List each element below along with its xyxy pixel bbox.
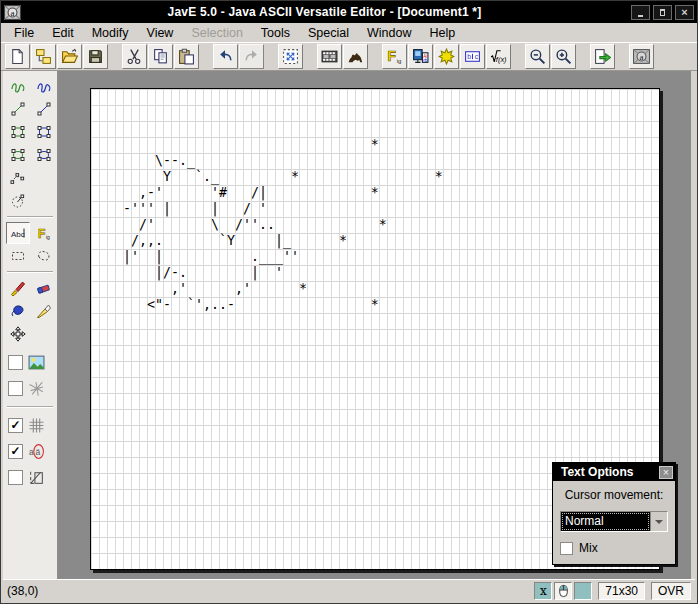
text-tool-button[interactable]: Abc (6, 222, 30, 244)
undo-button[interactable] (213, 44, 238, 69)
copy-button[interactable] (148, 44, 173, 69)
fill-tool-button[interactable] (6, 300, 30, 322)
image-to-ascii-camel-icon (347, 48, 364, 65)
color-swatch-indicator[interactable] (574, 582, 592, 600)
paste-icon (178, 48, 195, 65)
svg-text:ä: ä (35, 447, 40, 457)
cursor-movement-label: Cursor movement: (560, 488, 668, 502)
freehand-select-tool-icon (36, 248, 52, 264)
freehand-line-tool-icon (10, 78, 26, 94)
formula-editor-button[interactable]: f(x) (486, 44, 511, 69)
cut-button[interactable] (122, 44, 147, 69)
menu-tools[interactable]: Tools (252, 24, 299, 42)
dropdown-selected-value: Normal (561, 512, 650, 531)
paste-button[interactable] (174, 44, 199, 69)
straight-line-tool-button[interactable] (6, 98, 30, 120)
arc-tool-button[interactable] (6, 190, 30, 212)
menu-bar: FileEditModifyViewSelectionToolsSpecialW… (1, 23, 697, 43)
new-from-template-icon (35, 48, 52, 65)
svg-text:a: a (10, 7, 14, 17)
menu-special[interactable]: Special (299, 24, 358, 42)
maximize-button[interactable] (653, 5, 672, 20)
zoom-out-button[interactable] (525, 44, 550, 69)
filled-rectangle-tool-icon (36, 124, 52, 140)
animation-editor-button[interactable] (317, 44, 342, 69)
effects-button[interactable] (434, 44, 459, 69)
freehand-fill-tool-icon (36, 78, 52, 94)
close-icon: × (681, 7, 687, 18)
sidebar-separator (7, 216, 53, 218)
menu-view[interactable]: View (138, 24, 183, 42)
menu-help[interactable]: Help (421, 24, 465, 42)
dropdown-arrow-button[interactable] (650, 512, 667, 531)
tool-row (4, 300, 56, 322)
jave-info-button[interactable]: a (629, 44, 654, 69)
dialog-close-button[interactable]: × (659, 466, 673, 479)
figlet-editor-button[interactable]: Fig (382, 44, 407, 69)
new-from-template-button[interactable] (31, 44, 56, 69)
background-image-icon (28, 354, 45, 371)
minimize-icon (638, 15, 643, 17)
freehand-fill-tool-button[interactable] (32, 75, 56, 97)
mouse-mode-indicator[interactable] (554, 582, 572, 600)
minimize-button[interactable] (631, 5, 650, 20)
figlet-tool-button[interactable]: Fig (32, 222, 56, 244)
toggle-show-grid-checkbox[interactable]: ✓ (8, 418, 23, 433)
effects-icon (438, 48, 455, 65)
menu-file[interactable]: File (5, 24, 43, 42)
rectangle-tool-button[interactable] (6, 121, 30, 143)
ellipse-tool-button[interactable] (6, 144, 30, 166)
curve-tool-button[interactable] (6, 167, 30, 189)
move-tool-button[interactable] (6, 323, 30, 345)
toggle-row-extended-characters: ✓aä (8, 443, 56, 460)
straight-line-alt-tool-button[interactable] (32, 98, 56, 120)
zoom-in-button[interactable] (551, 44, 576, 69)
resize-canvas-button[interactable] (278, 44, 303, 69)
eraser-tool-button[interactable] (32, 277, 56, 299)
status-bar: (38,0) x 71x30 OVR (3, 579, 695, 601)
toggle-row-background-image (8, 354, 56, 371)
canvas-size-display: 71x30 (598, 582, 645, 600)
toggle-selection-frame-checkbox[interactable] (8, 470, 23, 485)
dialog-title-bar[interactable]: Text Options × (553, 463, 675, 481)
toggle-extended-characters-checkbox[interactable]: ✓ (8, 444, 23, 459)
maximize-icon (660, 9, 665, 16)
brush-tool-button[interactable] (6, 277, 30, 299)
text-editor-button[interactable]: bc (460, 44, 485, 69)
save-file-button[interactable] (83, 44, 108, 69)
filled-ellipse-tool-button[interactable] (32, 144, 56, 166)
toggle-mikado-checkbox[interactable] (8, 381, 23, 396)
menu-edit[interactable]: Edit (43, 24, 83, 42)
menu-selection: Selection (182, 24, 251, 42)
export-button[interactable] (590, 44, 615, 69)
new-document-button[interactable] (5, 44, 30, 69)
menu-window[interactable]: Window (358, 24, 420, 42)
filled-rectangle-tool-button[interactable] (32, 121, 56, 143)
open-file-button[interactable] (57, 44, 82, 69)
text-tool-icon: Abc (10, 225, 26, 241)
freehand-select-tool-button[interactable] (32, 245, 56, 267)
ascii-converter-button[interactable]: Airb (408, 44, 433, 69)
open-file-icon (61, 48, 78, 65)
tool-row (4, 144, 56, 166)
tool-row: AbcFig (4, 222, 56, 244)
char-under-cursor-indicator[interactable]: x (534, 582, 552, 600)
overwrite-mode-toggle[interactable]: OVR (651, 582, 691, 600)
selection-frame-icon (28, 469, 45, 486)
mix-checkbox[interactable] (560, 542, 573, 555)
tool-row (4, 277, 56, 299)
close-button[interactable]: × (675, 5, 694, 20)
rect-select-tool-button[interactable] (6, 245, 30, 267)
freehand-line-tool-button[interactable] (6, 75, 30, 97)
cursor-movement-dropdown[interactable]: Normal (560, 511, 668, 532)
pen-tool-button[interactable] (32, 300, 56, 322)
undo-icon (217, 48, 234, 65)
menu-modify[interactable]: Modify (83, 24, 138, 42)
mix-label: Mix (579, 541, 598, 555)
straight-line-alt-tool-icon (36, 101, 52, 117)
move-tool-icon (10, 326, 26, 342)
toggle-background-image-checkbox[interactable] (8, 355, 23, 370)
resize-canvas-icon (282, 48, 299, 65)
image-to-ascii-camel-button[interactable] (343, 44, 368, 69)
fill-tool-icon (10, 303, 26, 319)
